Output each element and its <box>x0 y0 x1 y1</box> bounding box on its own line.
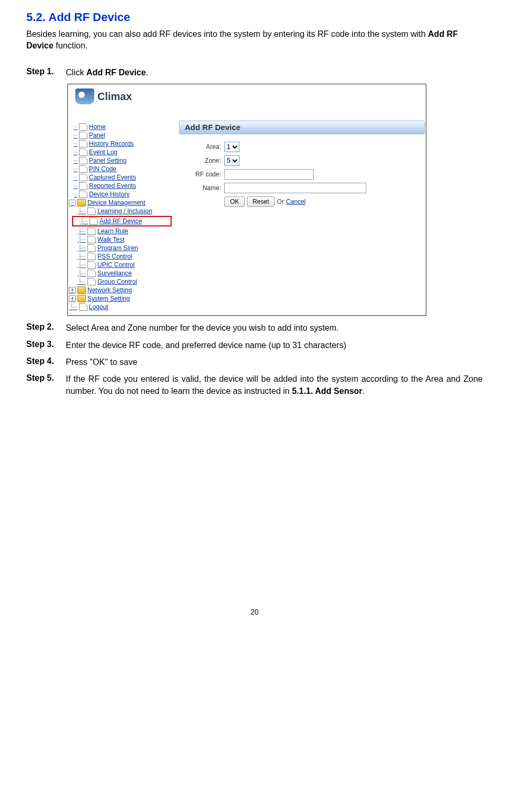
form-pane: Add RF Device Area: 1 Zone: 5 RF code: N… <box>174 121 426 315</box>
tree-walk-test[interactable]: ├┈Walk Test <box>72 235 172 244</box>
file-icon <box>79 191 87 198</box>
tree-upic-control[interactable]: ├┈UPIC Control <box>72 261 172 269</box>
area-select[interactable]: 1 <box>224 142 239 152</box>
step-5: Step 5. If the RF code you entered is va… <box>26 373 483 397</box>
step-2: Step 2. Select Area and Zone number for … <box>26 322 483 334</box>
step5-bold: 5.1.1. Add Sensor <box>292 387 363 395</box>
tree-pin-code[interactable]: ┈PIN Code <box>69 165 172 173</box>
step-label: Step 3. <box>26 340 66 349</box>
file-icon <box>79 132 87 139</box>
step-label: Step 4. <box>26 357 66 366</box>
zone-label: Zone: <box>179 157 221 164</box>
step1-pre: Click <box>66 68 86 77</box>
logo: Climax <box>75 88 132 104</box>
screenshot-header: Climax <box>68 84 426 121</box>
or-text: Or <box>277 198 284 205</box>
tree-network-setting[interactable]: +Network Setting <box>69 286 172 294</box>
screenshot-panel: Climax ┈Home ┈Panel ┈History Records ┈Ev… <box>67 84 426 316</box>
folder-icon <box>77 295 86 302</box>
step1-post: . <box>146 68 148 77</box>
tree-add-rf-device[interactable]: ├┈Add RF Device <box>74 217 169 225</box>
tree-pss-control[interactable]: ├┈PSS Control <box>72 252 172 261</box>
tree-learn-rule[interactable]: ├┈Learn Rule <box>72 227 172 235</box>
step-4: Step 4. Press "OK" to save <box>26 357 483 368</box>
tree-learning-inclusion[interactable]: ├┈Learning / Inclusion <box>72 207 172 215</box>
logo-text: Climax <box>97 91 132 103</box>
tree-captured-events[interactable]: ┈Captured Events <box>69 173 172 182</box>
file-icon <box>87 270 96 277</box>
step-1: Step 1. Click Add RF Device. <box>26 67 483 78</box>
step1-bold: Add RF Device <box>86 68 146 77</box>
area-label: Area: <box>179 143 221 151</box>
folder-icon <box>77 286 86 294</box>
ok-button[interactable]: OK <box>224 196 245 207</box>
highlight-add-rf-device: ├┈Add RF Device <box>72 216 172 226</box>
step-label: Step 2. <box>26 322 66 332</box>
step4-text: Press "OK" to save <box>66 357 483 368</box>
step-3: Step 3. Enter the device RF code, and pr… <box>26 340 483 351</box>
zone-select[interactable]: 5 <box>224 155 239 166</box>
file-icon <box>79 148 87 156</box>
name-label: Name: <box>179 184 221 192</box>
tree-program-siren[interactable]: ├┈Program Siren <box>72 244 172 252</box>
file-icon <box>79 165 87 173</box>
file-icon <box>79 303 87 311</box>
collapse-icon[interactable]: − <box>69 200 76 206</box>
tree-device-management[interactable]: −Device Management <box>69 199 172 207</box>
cancel-link[interactable]: Cancel <box>286 198 305 205</box>
tree-panel[interactable]: ┈Panel <box>69 131 172 140</box>
file-icon <box>87 261 96 269</box>
expand-icon[interactable]: + <box>69 295 76 302</box>
file-icon <box>87 227 96 235</box>
folder-icon <box>77 199 86 206</box>
tree-history-records[interactable]: ┈History Records <box>69 140 172 148</box>
step5-pre: If the RF code you entered is valid, the… <box>66 374 483 395</box>
file-icon <box>79 157 87 164</box>
file-icon <box>79 182 87 190</box>
file-icon <box>87 236 96 243</box>
navigation-tree: ┈Home ┈Panel ┈History Records ┈Event Log… <box>68 121 174 315</box>
tree-panel-setting[interactable]: ┈Panel Setting <box>69 156 172 165</box>
file-icon <box>87 278 96 285</box>
file-icon <box>87 244 96 252</box>
page-number: 20 <box>26 608 483 616</box>
tree-group-control[interactable]: └┈Group Control <box>72 278 172 286</box>
intro-post: function. <box>54 41 88 50</box>
file-icon <box>79 123 87 131</box>
tree-system-setting[interactable]: +System Setting <box>69 294 172 303</box>
file-icon <box>89 217 98 225</box>
step-label: Step 1. <box>26 67 66 76</box>
file-icon <box>79 140 87 147</box>
rfcode-input[interactable] <box>224 169 314 180</box>
step3-text: Enter the device RF code, and preferred … <box>66 340 483 351</box>
tree-event-log[interactable]: ┈Event Log <box>69 148 172 156</box>
expand-icon[interactable]: + <box>69 287 76 294</box>
tree-home[interactable]: ┈Home <box>69 123 172 131</box>
tree-device-history[interactable]: ┈Device History <box>69 190 172 199</box>
tree-logout[interactable]: └┈Logout <box>69 303 172 311</box>
step5-post: . <box>362 387 364 395</box>
file-icon <box>87 207 96 215</box>
form-title: Add RF Device <box>179 121 425 134</box>
reset-button[interactable]: Reset <box>247 196 275 207</box>
section-title: 5.2. Add RF Device <box>26 11 483 24</box>
step-label: Step 5. <box>26 373 66 383</box>
intro-paragraph: Besides learning, you can also add RF de… <box>26 28 483 52</box>
logo-icon <box>75 88 94 104</box>
file-icon <box>79 174 87 181</box>
tree-reported-events[interactable]: ┈Reported Events <box>69 182 172 190</box>
intro-pre: Besides learning, you can also add RF de… <box>26 29 428 38</box>
tree-surveillance[interactable]: ├┈Surveillance <box>72 269 172 278</box>
name-input[interactable] <box>224 183 366 193</box>
rfcode-label: RF code: <box>179 171 221 178</box>
file-icon <box>87 253 96 260</box>
step2-text: Select Area and Zone number for the devi… <box>66 322 483 334</box>
